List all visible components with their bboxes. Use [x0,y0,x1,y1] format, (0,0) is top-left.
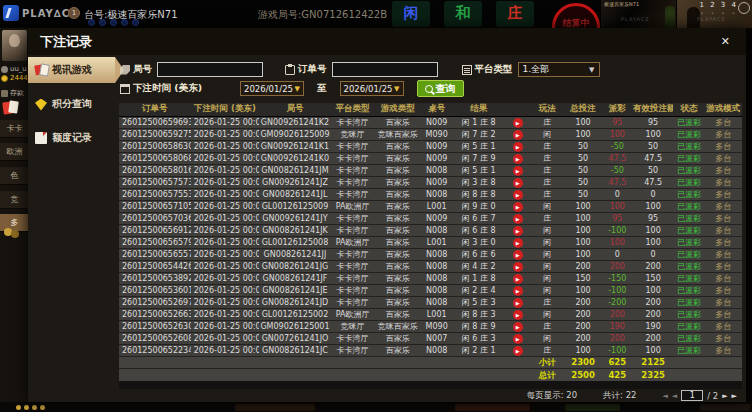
table-row[interactable]: 260125006565796 2026-01-25 00:05:30 GL00… [119,236,742,248]
cell-game: 百家乐 [374,332,421,344]
cell-time: 2026-01-25 00:01:04 [191,296,260,308]
bet-zone-tie[interactable]: 和 [444,1,482,27]
close-icon[interactable]: ✕ [717,33,734,50]
play-video-icon[interactable]: ▶ [513,286,523,296]
table-row[interactable]: 260125006569129 2026-01-25 00:05:49 GN00… [119,224,742,236]
play-video-icon[interactable]: ▶ [513,346,523,356]
play-video-icon[interactable]: ▶ [513,154,523,164]
list-icon [462,65,472,75]
cell-order: 260125006565796 [119,236,191,248]
table-row[interactable]: 260125006570367 2026-01-25 00:05:56 GN00… [119,212,742,224]
play-video-icon[interactable]: ▶ [513,226,523,236]
cell-table: N008 [421,164,452,176]
play-video-icon[interactable]: ▶ [513,202,523,212]
cell-order: 260125006586301 [119,140,191,152]
cell-status: 已派彩 [673,332,704,344]
play-video-icon[interactable]: ▶ [513,334,523,344]
play-video-icon[interactable]: ▶ [513,298,523,308]
table-row[interactable]: 260125006596934 2026-01-25 00:08:41 GN00… [119,116,742,128]
round-number-input[interactable] [157,62,263,77]
column-header: 下注时间 (美东) [191,103,260,116]
play-video-icon[interactable]: ▶ [513,118,523,128]
cell-status: 已派彩 [673,236,704,248]
page-number-input[interactable]: 1 [681,390,703,401]
order-number-input[interactable] [332,62,438,77]
lobby-tab-kaka[interactable]: 卡卡 [0,120,29,138]
play-video-icon[interactable]: ▶ [513,214,523,224]
bet-records-table: 订单号下注时间 (美东)局号平台类型游戏类型桌号结果玩法总投注派彩有效投注额状态… [119,103,742,389]
table-row[interactable]: 260125006580166 2026-01-25 00:07:01 GN00… [119,164,742,176]
cell-game: 百家乐 [374,344,421,356]
cell-order: 260125006544267 [119,260,191,272]
play-video-icon[interactable]: ▶ [513,250,523,260]
cell-order: 260125006526307 [119,320,191,332]
play-video-icon[interactable]: ▶ [513,238,523,248]
deposit-label[interactable]: 存款 [10,88,24,98]
table-row[interactable]: 260125006526632 2026-01-25 00:01:02 GL00… [119,308,742,320]
bet-zone-banker[interactable]: 庄 [496,1,534,27]
table-row[interactable]: 260125006536018 2026-01-25 00:02:07 GN00… [119,284,742,296]
table-row[interactable]: 260125006538924 2026-01-25 00:02:10 GN00… [119,272,742,284]
cell-platform: 卡卡湾厅 [331,176,375,188]
sidebar-item-points-query[interactable]: 积分查询 [28,91,115,117]
sidebar-item-video-games[interactable]: 视讯游戏 [28,57,115,83]
cell-round: GN008261241JE [259,284,331,296]
prev-page-button[interactable]: ◄ [672,392,677,400]
next-page-button[interactable]: ► [722,392,727,400]
user-avatar[interactable] [2,30,27,61]
cell-result: 闲 6 庄 8 [452,224,505,236]
play-video-icon[interactable]: ▶ [513,142,523,152]
column-header: 有效投注额 [633,103,673,116]
play-video-icon[interactable]: ▶ [513,178,523,188]
table-row[interactable]: 260125006575731 2026-01-25 00:06:30 GN00… [119,176,742,188]
chip-icon [132,19,139,26]
bet-zone-player[interactable]: 闲 [392,1,430,27]
cell-valid: 200 [633,308,673,320]
platform-type-select[interactable]: 1.全部 ▼ [518,62,600,77]
cell-result: 闲 6 庄 3 [452,332,505,344]
subtotal-valid: 2125 [633,356,673,369]
play-video-icon[interactable]: ▶ [513,166,523,176]
date-from-picker[interactable]: 2026/01/25 ▼ [240,81,304,96]
play-video-icon[interactable]: ▶ [513,262,523,272]
chip-icon [99,19,106,26]
last-page-button[interactable]: ► [732,392,737,400]
column-header [505,103,530,116]
cell-payout: 190 [602,320,633,332]
document-icon [35,132,47,144]
table-row[interactable]: 260125006571052 2026-01-25 00:06:02 GL00… [119,200,742,212]
table-row[interactable]: 260125006586301 2026-01-25 00:07:40 GN00… [119,140,742,152]
table-row[interactable]: 260125006526976 2026-01-25 00:01:04 GN00… [119,296,742,308]
search-button[interactable]: 查询 [417,80,464,97]
cell-platform: 竞咪厅 [331,320,375,332]
date-to-picker[interactable]: 2026/01/25 ▼ [340,81,404,96]
table-row[interactable]: 260125006526307 2026-01-25 00:00:59 GM09… [119,320,742,332]
table-row[interactable]: 260125006526084 2026-01-25 00:00:58 GN00… [119,332,742,344]
column-header: 结果 [452,103,505,116]
chip-icon [88,19,95,26]
play-video-icon[interactable]: ▶ [513,310,523,320]
lobby-tab-europe[interactable]: 欧洲 [0,143,29,161]
table-row[interactable]: 260125006544267 2026-01-25 00:03:05 GN00… [119,260,742,272]
sidebar-item-quota-records[interactable]: 额度记录 [28,125,115,151]
table-row[interactable]: 260125006592754 2026-01-25 00:08:17 GM09… [119,128,742,140]
lobby-tab-sedie[interactable]: 色 [0,167,29,185]
table-row[interactable]: 260125006580683 2026-01-25 00:07:03 GN00… [119,152,742,164]
table-row[interactable]: 260125006575532 2026-01-25 00:06:29 GN00… [119,188,742,200]
cell-mode: 多台 [705,128,742,140]
play-video-icon[interactable]: ▶ [513,190,523,200]
table-row[interactable]: 260125006522345 2026-01-25 00:00:31 GN00… [119,344,742,356]
lobby-tab-jingmi[interactable]: 竞 [0,191,29,209]
video-tile[interactable]: 1 2 3 4 • • • • PLAYACE [676,0,752,28]
video-tile[interactable]: 极速百家乐N71 PLAYACE [600,0,676,28]
play-video-icon[interactable]: ▶ [513,322,523,332]
play-video-icon[interactable]: ▶ [513,274,523,284]
play-video-icon[interactable]: ▶ [513,130,523,140]
cell-bet: 100 [564,248,601,260]
table-row[interactable]: 260125006565575 2026-01-25 00:05:28 GN00… [119,248,742,260]
first-page-button[interactable]: ◄ [662,392,667,400]
column-header: 总投注 [564,103,601,116]
cell-result: 闲 1 庄 8 [452,116,505,128]
cell-round: GL00126125008 [259,236,331,248]
sidebar-item-label: 积分查询 [52,97,92,111]
